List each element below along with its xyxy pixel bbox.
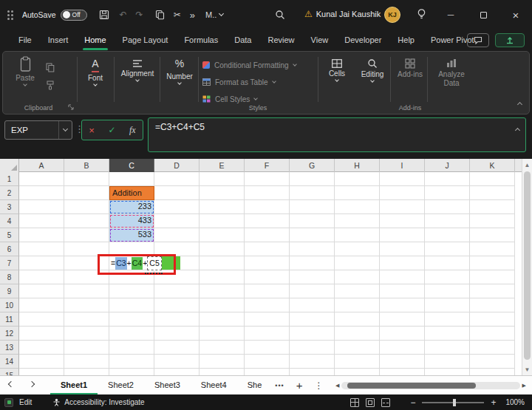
cell-A1[interactable] — [19, 172, 64, 186]
cell-D2[interactable] — [154, 186, 200, 200]
zoom-out-button[interactable]: − — [410, 397, 415, 408]
row-header-2[interactable]: 2 — [0, 186, 19, 200]
cell-K14[interactable] — [470, 355, 515, 369]
cell-J11[interactable] — [425, 312, 470, 327]
cell-A12[interactable] — [19, 327, 64, 341]
editing-group-button[interactable]: Editing — [356, 56, 389, 82]
zoom-in-button[interactable]: + — [491, 397, 496, 408]
normal-view-button[interactable] — [350, 398, 359, 407]
cell-I7[interactable] — [380, 256, 425, 270]
column-header-H[interactable]: H — [335, 159, 380, 172]
horizontal-scrollbar-track[interactable] — [341, 382, 519, 389]
collapse-ribbon-button[interactable] — [518, 96, 522, 109]
cell-H12[interactable] — [335, 327, 380, 341]
sheet-tab-sheet1[interactable]: Sheet1 — [50, 376, 98, 394]
cell-K4[interactable] — [470, 214, 515, 228]
cell-E3[interactable] — [200, 200, 245, 214]
cell-C3[interactable]: 233 — [109, 200, 154, 214]
cell-E10[interactable] — [200, 298, 245, 312]
copy-button[interactable] — [155, 10, 165, 20]
close-button[interactable]: × — [499, 0, 532, 30]
cell-I3[interactable] — [380, 200, 425, 214]
cell-H4[interactable] — [335, 214, 380, 228]
comments-button[interactable] — [467, 33, 489, 47]
cell-J7[interactable] — [425, 256, 470, 270]
cell-F9[interactable] — [245, 284, 290, 298]
cell-E7[interactable] — [200, 256, 245, 270]
enter-button[interactable]: ✓ — [108, 125, 115, 135]
cell-I12[interactable] — [380, 327, 425, 341]
cell-J1[interactable] — [425, 172, 470, 186]
cell-B13[interactable] — [64, 341, 109, 355]
row-header-12[interactable]: 12 — [0, 327, 19, 341]
page-layout-view-button[interactable] — [366, 398, 375, 407]
tab-file[interactable]: File — [10, 30, 40, 51]
cell-F10[interactable] — [245, 298, 290, 312]
row-header-3[interactable]: 3 — [0, 200, 19, 214]
zoom-level[interactable]: 100% — [505, 398, 525, 406]
cell-B1[interactable] — [64, 172, 109, 186]
column-header-B[interactable]: B — [64, 159, 109, 172]
cell-K12[interactable] — [470, 327, 515, 341]
cell-F15[interactable] — [245, 369, 290, 375]
avatar[interactable]: KJ — [384, 7, 400, 23]
cell-D13[interactable] — [154, 341, 200, 355]
cell-I1[interactable] — [380, 172, 425, 186]
cell-E6[interactable] — [200, 242, 245, 256]
cut-button[interactable]: ✂ — [174, 10, 181, 19]
sheet-tab-sheet4[interactable]: Sheet4 — [191, 376, 237, 394]
cell-G7[interactable] — [290, 256, 335, 270]
sheet-options-kebab-icon[interactable]: ⋮ — [315, 380, 324, 391]
cell-H14[interactable] — [335, 355, 380, 369]
cell-D15[interactable] — [154, 369, 200, 375]
cell-E12[interactable] — [200, 327, 245, 341]
cell-G3[interactable] — [290, 200, 335, 214]
cell-E4[interactable] — [200, 214, 245, 228]
addins-button[interactable]: Add-ins — [393, 56, 427, 78]
cell-G6[interactable] — [290, 242, 335, 256]
sheet-tab-sheet3[interactable]: Sheet3 — [144, 376, 191, 394]
cell-K10[interactable] — [470, 298, 515, 312]
cell-G2[interactable] — [290, 186, 335, 200]
cell-H3[interactable] — [335, 200, 380, 214]
cell-A15[interactable] — [19, 369, 64, 375]
cell-C12[interactable] — [109, 327, 154, 341]
cell-H8[interactable] — [335, 270, 380, 284]
cell-B15[interactable] — [64, 369, 109, 375]
row-header-15[interactable]: 15 — [0, 369, 19, 375]
cell-J9[interactable] — [425, 284, 470, 298]
previous-sheet-button[interactable] — [8, 381, 14, 387]
cell-K9[interactable] — [470, 284, 515, 298]
cell-I8[interactable] — [380, 270, 425, 284]
cell-F5[interactable] — [245, 228, 290, 242]
maximize-button[interactable] — [467, 0, 499, 30]
cell-F13[interactable] — [245, 341, 290, 355]
cell-B10[interactable] — [64, 298, 109, 312]
minimize-button[interactable]: ─ — [434, 0, 467, 30]
cell-C13[interactable] — [109, 341, 154, 355]
tab-insert[interactable]: Insert — [40, 30, 77, 51]
tab-data[interactable]: Data — [226, 30, 259, 51]
cell-I11[interactable] — [380, 312, 425, 327]
cell-J3[interactable] — [425, 200, 470, 214]
account-area[interactable]: ⚠ Kunal Jai Kaushik — [304, 9, 381, 19]
row-header-7[interactable]: 7 — [0, 256, 19, 270]
cell-G11[interactable] — [290, 312, 335, 327]
cell-G4[interactable] — [290, 214, 335, 228]
cell-B11[interactable] — [64, 312, 109, 327]
cell-G15[interactable] — [290, 369, 335, 375]
cell-K2[interactable] — [470, 186, 515, 200]
row-header-1[interactable]: 1 — [0, 172, 19, 186]
column-header-J[interactable]: J — [425, 159, 470, 172]
alignment-group-button[interactable]: Alignment — [117, 56, 158, 81]
cell-K15[interactable] — [470, 369, 515, 375]
paste-button[interactable]: Paste — [9, 56, 41, 86]
cell-J2[interactable] — [425, 186, 470, 200]
format-painter-button[interactable] — [43, 78, 58, 92]
cell-A10[interactable] — [19, 298, 64, 312]
column-header-E[interactable]: E — [200, 159, 245, 172]
cell-A14[interactable] — [19, 355, 64, 369]
cell-H15[interactable] — [335, 369, 380, 375]
row-header-4[interactable]: 4 — [0, 214, 19, 228]
page-break-view-button[interactable] — [381, 398, 390, 407]
